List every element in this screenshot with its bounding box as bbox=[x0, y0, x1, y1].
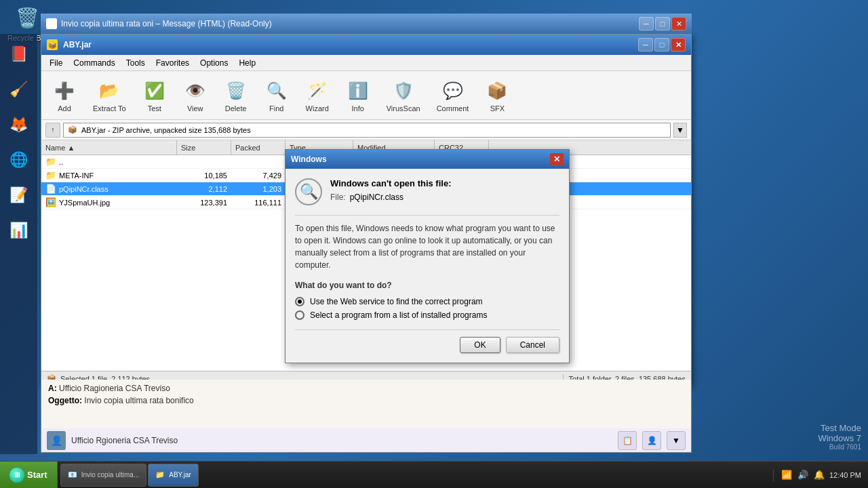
dialog-title: Windows bbox=[291, 155, 550, 164]
tray-network-icon[interactable]: 📶 bbox=[781, 469, 793, 481]
taskbar-email-btn[interactable]: 📁 ABY.jar bbox=[148, 464, 199, 487]
file-label: File: bbox=[330, 192, 346, 202]
taskbar-app-label: Invio copia ultima... bbox=[81, 471, 140, 479]
dialog-close-btn[interactable]: ✕ bbox=[550, 153, 564, 165]
dialog-top: 🔍 Windows can't open this file: File: pQ… bbox=[295, 178, 559, 205]
desktop: 🗑️ Recycle Bin 📕 🧹 🦊 🌐 📝 📊 ✉ Invio copia… bbox=[0, 0, 868, 488]
file-name-value: pQipiNCr.class bbox=[350, 192, 403, 202]
radio-list-input[interactable] bbox=[295, 310, 304, 320]
dialog-overlay: Windows ✕ 🔍 Windows can't open this file… bbox=[0, 0, 868, 488]
cant-open-text: Windows can't open this file: bbox=[330, 178, 451, 188]
tray-volume-icon[interactable]: 🔊 bbox=[797, 469, 809, 481]
radio-list[interactable]: Select a program from a list of installe… bbox=[295, 310, 559, 320]
dialog-question: What do you want to do? bbox=[295, 281, 559, 290]
clock-time: 12:40 PM bbox=[829, 471, 861, 479]
taskbar-time: 12:40 PM bbox=[829, 471, 861, 479]
taskbar-email-label: ABY.jar bbox=[169, 471, 191, 479]
radio-group: Use the Web service to find the correct … bbox=[295, 297, 559, 320]
radio-web-input[interactable] bbox=[295, 297, 304, 306]
radio-list-label: Select a program from a list of installe… bbox=[310, 310, 487, 320]
radio-web[interactable]: Use the Web service to find the correct … bbox=[295, 297, 559, 306]
system-tray: 📶 🔊 🔔 12:40 PM bbox=[773, 469, 868, 481]
taskbar-apps: 📧 Invio copia ultima... 📁 ABY.jar bbox=[58, 462, 773, 488]
start-button[interactable]: ⊞ Start bbox=[0, 462, 58, 489]
dialog-titlebar: Windows ✕ bbox=[285, 150, 569, 169]
dialog-cancel-btn[interactable]: Cancel bbox=[506, 337, 559, 353]
taskbar-winrar-btn[interactable]: 📧 Invio copia ultima... bbox=[60, 464, 147, 487]
dialog-buttons: OK Cancel bbox=[295, 329, 559, 353]
tray-notification-icon[interactable]: 🔔 bbox=[813, 469, 825, 481]
windows-dialog: Windows ✕ 🔍 Windows can't open this file… bbox=[285, 149, 570, 363]
start-orb: ⊞ bbox=[9, 468, 24, 483]
dialog-search-icon: 🔍 bbox=[295, 178, 322, 205]
dialog-ok-btn[interactable]: OK bbox=[460, 337, 500, 353]
dialog-header-text: Windows can't open this file: File: pQip… bbox=[330, 178, 451, 205]
taskbar: ⊞ Start 📧 Invio copia ultima... 📁 ABY.ja… bbox=[0, 461, 868, 488]
radio-web-label: Use the Web service to find the correct … bbox=[310, 297, 483, 306]
taskbar-app-icon: 📧 bbox=[68, 470, 77, 479]
taskbar-email-icon: 📁 bbox=[155, 470, 165, 479]
file-row: File: pQipiNCr.class bbox=[330, 192, 451, 202]
dialog-description: To open this file, Windows needs to know… bbox=[295, 215, 559, 271]
dialog-body: 🔍 Windows can't open this file: File: pQ… bbox=[285, 169, 569, 363]
start-label: Start bbox=[27, 470, 47, 480]
